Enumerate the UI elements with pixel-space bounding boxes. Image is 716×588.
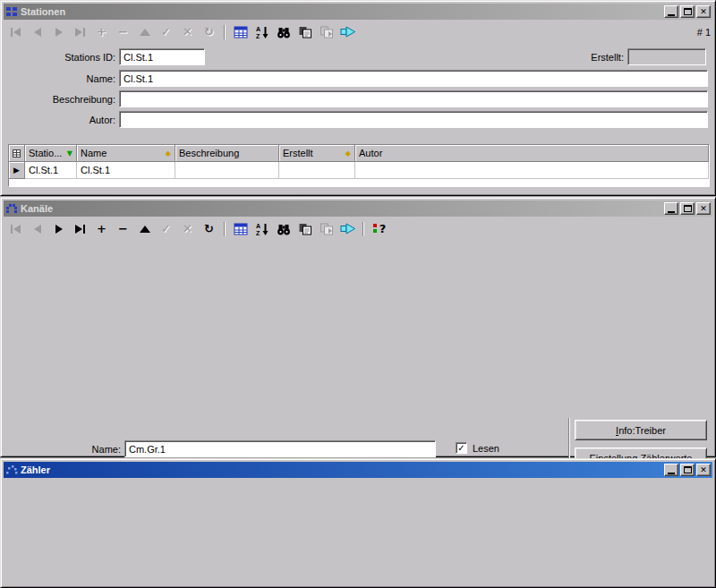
table-row[interactable]: ▶ Cl.St.1 Cl.St.1: [9, 162, 709, 179]
name-label: Name:: [6, 441, 121, 458]
find-icon[interactable]: [273, 220, 294, 238]
minimize-button[interactable]: [664, 202, 678, 215]
next-record-button[interactable]: [48, 220, 69, 238]
stationen-window-icon: [5, 6, 18, 17]
lesen-checkbox[interactable]: ✓: [456, 442, 467, 454]
toolbar-separator: [362, 222, 364, 236]
maximize-button[interactable]: [680, 202, 695, 215]
application-workspace: Stationen ✕ + − ✓ ✕ ↻ AZ # 1: [0, 0, 716, 588]
sort-diamond-icon: ◆: [166, 149, 171, 158]
info-treiber-button[interactable]: Info:Treiber: [575, 420, 707, 440]
export-icon[interactable]: [337, 220, 358, 238]
copy-icon[interactable]: [294, 23, 315, 41]
svg-text:Z: Z: [256, 33, 260, 39]
paste-icon[interactable]: [316, 220, 337, 238]
kanaele-window-icon: [5, 203, 18, 214]
toolbar-separator: [224, 25, 226, 39]
erstellt-input[interactable]: [627, 48, 706, 65]
window-title: Stationen: [21, 6, 65, 17]
refresh-button[interactable]: ↻: [199, 220, 219, 238]
sort-descending-icon: ▼: [67, 149, 72, 158]
autor-input[interactable]: [119, 111, 708, 128]
grid-corner-icon[interactable]: [9, 145, 25, 162]
sort-diamond-icon: ◆: [345, 149, 351, 158]
sort-az-icon[interactable]: AZ: [251, 23, 272, 41]
cancel-edit-button[interactable]: ✕: [177, 23, 198, 41]
cancel-edit-button[interactable]: ✕: [177, 220, 198, 238]
edit-record-button[interactable]: [134, 220, 155, 238]
close-button[interactable]: ✕: [696, 5, 711, 18]
column-header-erstellt[interactable]: Erstellt◆: [279, 145, 355, 162]
copy-icon[interactable]: [294, 220, 315, 238]
beschreibung-input[interactable]: [119, 90, 708, 107]
edit-record-button[interactable]: [134, 23, 155, 41]
first-record-button[interactable]: [5, 220, 26, 238]
grid-header-row: Statio...▼ Name◆ Beschreibung Erstellt◆ …: [9, 145, 709, 162]
stationen-grid: Statio...▼ Name◆ Beschreibung Erstellt◆ …: [8, 144, 710, 187]
toolbar-separator: [224, 222, 226, 236]
name-input[interactable]: [124, 440, 436, 457]
kanaele-toolbar: + − ✓ ✕ ↻ AZ ?: [5, 219, 711, 238]
insert-record-button[interactable]: +: [91, 220, 112, 238]
prior-record-button[interactable]: [27, 23, 47, 41]
minimize-button[interactable]: [664, 464, 678, 476]
window-title: Kanäle: [21, 203, 53, 214]
column-header-name[interactable]: Name◆: [77, 145, 175, 162]
export-icon[interactable]: [337, 23, 358, 41]
current-row-indicator: ▶: [9, 162, 25, 179]
autor-label: Autor:: [6, 112, 115, 129]
close-button[interactable]: ✕: [696, 202, 711, 215]
table-view-icon[interactable]: [230, 220, 251, 238]
svg-text:A: A: [256, 26, 260, 32]
refresh-button[interactable]: ↻: [199, 23, 219, 41]
zaehler-window-icon: [5, 464, 18, 475]
column-header-autor[interactable]: Autor: [355, 145, 709, 162]
name-input[interactable]: [119, 70, 708, 87]
maximize-button[interactable]: [680, 5, 695, 18]
lesen-checkbox-label: Lesen: [473, 440, 508, 457]
help-icon[interactable]: ?: [369, 220, 389, 238]
name-label: Name:: [6, 71, 115, 88]
post-edit-button[interactable]: ✓: [156, 220, 176, 238]
sort-az-icon[interactable]: AZ: [251, 220, 272, 238]
last-record-button[interactable]: [70, 220, 90, 238]
beschreibung-label: Beschreibung:: [6, 91, 115, 108]
window-title: Zähler: [21, 464, 50, 475]
stations-id-label: Stations ID:: [6, 49, 115, 66]
svg-text:A: A: [256, 223, 260, 229]
stationen-toolbar: + − ✓ ✕ ↻ AZ # 1: [5, 22, 711, 41]
record-count: # 1: [697, 27, 711, 38]
first-record-button[interactable]: [5, 23, 26, 41]
close-button[interactable]: ✕: [696, 464, 711, 476]
stations-id-input[interactable]: [119, 48, 205, 65]
delete-record-button[interactable]: −: [113, 23, 133, 41]
maximize-button[interactable]: [680, 464, 695, 476]
erstellt-label: Erstellt:: [538, 49, 624, 66]
prior-record-button[interactable]: [27, 220, 47, 238]
insert-record-button[interactable]: +: [91, 23, 112, 41]
window-zaehler: Zähler ✕ ↻ AZ ?: [0, 458, 716, 588]
svg-text:Z: Z: [256, 230, 260, 236]
minimize-button[interactable]: [664, 5, 678, 18]
titlebar-stationen[interactable]: Stationen ✕: [4, 4, 712, 20]
titlebar-zaehler[interactable]: Zähler ✕: [4, 462, 712, 478]
window-kanaele: Kanäle ✕ + − ✓ ✕ ↻ AZ ?: [0, 197, 716, 457]
paste-icon[interactable]: [316, 23, 337, 41]
table-view-icon[interactable]: [230, 23, 251, 41]
next-record-button[interactable]: [48, 23, 69, 41]
window-stationen: Stationen ✕ + − ✓ ✕ ↻ AZ # 1: [0, 0, 716, 196]
last-record-button[interactable]: [70, 23, 90, 41]
find-icon[interactable]: [273, 23, 294, 41]
delete-record-button[interactable]: −: [113, 220, 133, 238]
column-header-stations-id[interactable]: Statio...▼: [25, 145, 77, 162]
column-header-beschreibung[interactable]: Beschreibung: [175, 145, 279, 162]
post-edit-button[interactable]: ✓: [156, 23, 176, 41]
titlebar-kanaele[interactable]: Kanäle ✕: [4, 200, 712, 217]
